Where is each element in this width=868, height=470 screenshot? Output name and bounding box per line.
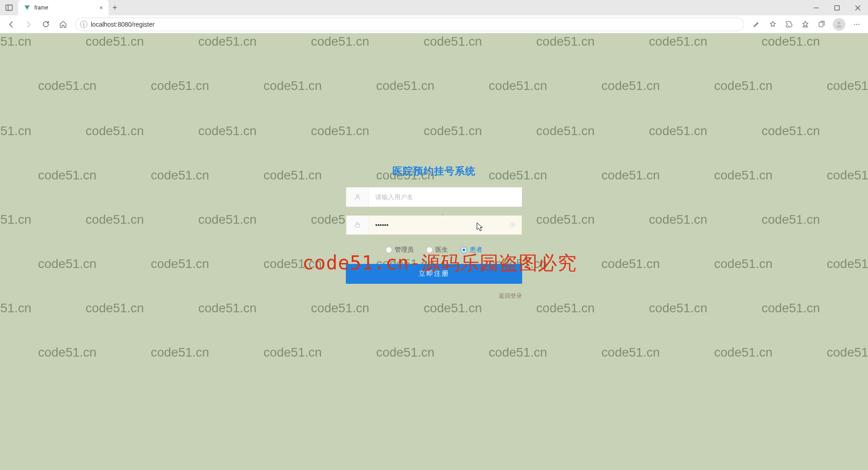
tab-title: frame — [34, 5, 96, 11]
svg-rect-13 — [355, 224, 359, 227]
watermark-text: code51.cn — [264, 168, 322, 183]
watermark-text: code51.cn — [264, 345, 322, 360]
home-button[interactable] — [55, 17, 71, 32]
watermark-text: code51.cn — [536, 124, 594, 138]
window-controls — [806, 0, 868, 15]
radio-dot-icon — [426, 247, 433, 253]
radio-dot-icon — [386, 247, 392, 253]
watermark-text: code51.cn — [536, 212, 594, 227]
watermark-text: code51.cn — [0, 212, 31, 227]
watermark-text: code51.cn — [714, 345, 773, 360]
new-tab-button[interactable]: + — [108, 3, 121, 13]
address-bar[interactable]: i — [75, 18, 744, 31]
radio-label: 患者 — [470, 246, 482, 254]
favorites-bar-icon[interactable] — [797, 17, 813, 32]
extensions-icon[interactable] — [781, 17, 797, 32]
watermark-text: code51.cn — [0, 124, 31, 138]
watermark-row: code51.cncode51.cncode51.cncode51.cncode… — [0, 301, 868, 315]
watermark-text: code51.cn — [198, 34, 256, 49]
watermark-text: code51.cn — [827, 79, 868, 93]
back-to-login-link[interactable]: 返回登录 — [499, 292, 522, 300]
close-window-button[interactable] — [847, 0, 868, 15]
watermark-text: code51.cn — [0, 301, 31, 315]
watermark-text: code51.cn — [198, 301, 256, 315]
watermark-text: code51.cn — [827, 168, 868, 183]
watermark-text: code51.cn — [714, 79, 773, 93]
lock-icon — [346, 216, 369, 235]
watermark-text: code51.cn — [424, 124, 482, 138]
svg-point-11 — [859, 24, 859, 24]
role-radio-admin[interactable]: 管理员 — [386, 246, 414, 254]
watermark-text: code51.cn — [649, 34, 707, 49]
svg-point-9 — [854, 24, 855, 24]
back-button[interactable] — [4, 17, 19, 32]
collections-icon[interactable] — [814, 17, 829, 32]
url-input[interactable] — [91, 21, 739, 28]
forward-button[interactable] — [21, 17, 36, 32]
watermark-text: code51.cn — [762, 34, 820, 49]
role-radio-doctor[interactable]: 医生 — [426, 246, 448, 254]
watermark-text: code51.cn — [424, 301, 482, 315]
watermark-row: code51.cncode51.cncode51.cncode51.cncode… — [0, 79, 868, 93]
card-title: 医院预约挂号系统 — [392, 164, 476, 178]
browser-tab[interactable]: frame × — [18, 0, 108, 15]
tab-panel-icon[interactable] — [0, 4, 18, 11]
favorites-icon[interactable] — [765, 17, 780, 32]
watermark-text: code51.cn — [264, 257, 322, 271]
username-input[interactable] — [369, 193, 522, 201]
watermark-row: code51.cncode51.cncode51.cncode51.cncode… — [0, 124, 868, 138]
watermark-text: code51.cn — [762, 212, 820, 227]
watermark-text: code51.cn — [536, 301, 594, 315]
watermark-text: code51.cn — [151, 79, 209, 93]
radio-label: 医生 — [435, 246, 448, 254]
register-card: 医院预约挂号系统 管理员医生患者 立即注册 返回登录 — [346, 164, 522, 300]
watermark-text: code51.cn — [376, 345, 434, 360]
watermark-text: code51.cn — [827, 345, 868, 360]
watermark-text: code51.cn — [151, 168, 209, 183]
radio-label: 管理员 — [395, 246, 414, 254]
watermark-text: code51.cn — [649, 301, 707, 315]
svg-rect-3 — [835, 5, 839, 10]
menu-button[interactable] — [849, 17, 864, 32]
minimize-button[interactable] — [806, 0, 826, 15]
maximize-button[interactable] — [826, 0, 847, 15]
watermark-text: code51.cn — [85, 301, 144, 315]
watermark-text: code51.cn — [38, 345, 96, 360]
profile-avatar[interactable] — [833, 18, 845, 31]
page-viewport: code51.cncode51.cncode51.cncode51.cncode… — [0, 33, 868, 470]
svg-point-14 — [512, 224, 513, 226]
svg-point-10 — [856, 24, 857, 24]
watermark-row: code51.cncode51.cncode51.cncode51.cncode… — [0, 34, 868, 49]
register-button[interactable]: 立即注册 — [346, 264, 522, 284]
watermark-row: code51.cncode51.cncode51.cncode51.cncode… — [0, 345, 868, 360]
browser-chrome: frame × + i — [0, 0, 868, 33]
watermark-text: code51.cn — [38, 79, 96, 93]
reload-button[interactable] — [38, 17, 53, 32]
site-info-icon[interactable]: i — [80, 21, 87, 28]
watermark-text: code51.cn — [85, 34, 144, 49]
svg-rect-7 — [819, 22, 823, 27]
username-field — [346, 187, 522, 207]
watermark-text: code51.cn — [601, 168, 660, 183]
watermark-text: code51.cn — [198, 124, 256, 138]
watermark-text: code51.cn — [311, 124, 369, 138]
watermark-text: code51.cn — [376, 79, 434, 93]
watermark-text: code51.cn — [151, 345, 209, 360]
svg-point-8 — [838, 22, 840, 24]
edit-icon[interactable] — [749, 17, 764, 32]
role-radio-patient[interactable]: 患者 — [461, 246, 482, 254]
eye-icon[interactable] — [504, 221, 522, 229]
tab-close-icon[interactable]: × — [99, 4, 103, 11]
watermark-text: code51.cn — [489, 79, 547, 93]
watermark-text: code51.cn — [601, 257, 660, 271]
password-input[interactable] — [369, 221, 504, 229]
watermark-text: code51.cn — [827, 257, 868, 271]
watermark-text: code51.cn — [714, 168, 773, 183]
watermark-text: code51.cn — [762, 301, 820, 315]
watermark-text: code51.cn — [601, 345, 660, 360]
watermark-text: code51.cn — [649, 212, 707, 227]
titlebar: frame × + — [0, 0, 868, 15]
watermark-text: code51.cn — [601, 79, 660, 93]
svg-rect-0 — [6, 5, 12, 10]
browser-toolbar: i — [0, 15, 868, 33]
